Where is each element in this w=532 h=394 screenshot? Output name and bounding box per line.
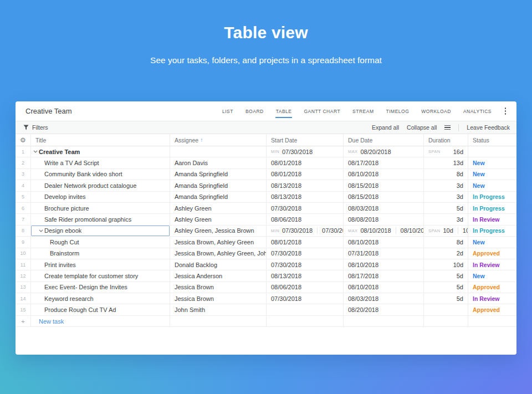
start-date-cell[interactable]: 08/01/2018 [267, 169, 344, 180]
assignee-cell[interactable]: Amanda Springfield [170, 192, 267, 203]
due-date-cell[interactable]: 08/03/2018 [344, 203, 424, 214]
start-date-cell[interactable]: 08/13/2018 [267, 180, 344, 191]
column-header-start-date[interactable]: Start Date [267, 134, 344, 146]
duration-cell[interactable] [424, 304, 468, 315]
list-menu-icon[interactable] [444, 125, 451, 130]
assignee-cell[interactable]: John Smith [170, 304, 267, 315]
assignee-cell[interactable]: Donald Backlog [170, 259, 267, 270]
tab-workload[interactable]: WORKLOAD [415, 101, 457, 121]
tab-timelog[interactable]: TIMELOG [380, 101, 416, 121]
due-date-cell[interactable]: 08/10/2018 [344, 282, 424, 293]
start-date-cell[interactable]: 08/13/2018 [267, 192, 344, 203]
column-header-assignee[interactable]: Assignee↑ [170, 134, 267, 146]
column-header-title[interactable]: Title [31, 134, 170, 146]
task-title-cell[interactable]: Dealer Network product catalogue [31, 180, 170, 191]
duration-cell[interactable]: 5d [424, 203, 468, 214]
tab-stream[interactable]: STREAM [346, 101, 380, 121]
chevron-down-icon[interactable] [32, 150, 39, 153]
task-title-cell[interactable]: Creative Team [31, 146, 170, 157]
status-cell[interactable]: Approved [468, 248, 516, 259]
start-date-cell[interactable]: 07/30/2018 [267, 259, 344, 270]
due-date-cell[interactable]: 08/17/2018 [344, 270, 424, 282]
duration-cell[interactable]: 5d [424, 282, 468, 293]
new-task-link[interactable]: New task [31, 318, 64, 325]
task-title-cell[interactable]: Create template for customer story [31, 270, 170, 282]
status-cell[interactable]: In Progress [468, 226, 516, 237]
start-date-cell[interactable]: 08/06/2018 [267, 214, 344, 225]
expand-all-button[interactable]: Expand all [372, 124, 399, 131]
due-date-cell[interactable]: 07/31/2018 [344, 248, 424, 259]
due-date-cell[interactable]: 08/10/2018 [344, 169, 424, 180]
due-date-cell[interactable]: 08/15/2018 [344, 192, 424, 203]
status-cell[interactable]: Approved [468, 282, 516, 293]
task-title-cell[interactable]: Produce Rough Cut TV Ad [31, 304, 170, 315]
tab-list[interactable]: LIST [216, 101, 239, 121]
task-title-cell[interactable]: Write a TV Ad Script [31, 157, 170, 168]
due-date-cell[interactable]: MAX08/10/201808/10/2018 [344, 226, 424, 237]
task-title-cell[interactable]: Brochure picture [31, 203, 170, 214]
status-cell[interactable]: New [468, 180, 516, 191]
duration-cell[interactable]: 3d [424, 180, 468, 191]
task-title-cell[interactable]: Safe Rider promotional graphics [31, 214, 170, 225]
tab-board[interactable]: BOARD [239, 101, 270, 121]
status-cell[interactable]: In Progress [468, 192, 516, 203]
duration-cell[interactable]: 5d [424, 270, 468, 282]
start-date-cell[interactable] [267, 304, 344, 315]
assignee-cell[interactable]: Jessica Brown [170, 293, 267, 304]
assignee-cell[interactable]: Ashley Green, Jessica Brown [170, 226, 267, 237]
tab-gantt-chart[interactable]: GANTT CHART [298, 101, 346, 121]
due-date-cell[interactable]: 08/08/2018 [344, 214, 424, 225]
status-cell[interactable]: New [468, 237, 516, 248]
new-task-row[interactable]: + New task [16, 316, 516, 327]
status-cell[interactable]: In Review [468, 259, 516, 270]
duration-cell[interactable]: 13d [424, 157, 468, 168]
status-cell[interactable]: Approved [468, 304, 516, 315]
status-cell[interactable]: In Review [468, 293, 516, 304]
status-cell[interactable] [468, 146, 516, 157]
status-cell[interactable]: In Progress [468, 203, 516, 214]
assignee-cell[interactable]: Jessica Brown, Ashley Green [170, 237, 267, 248]
column-header-status[interactable]: Status [468, 134, 516, 146]
collapse-all-button[interactable]: Collapse all [407, 124, 437, 131]
assignee-cell[interactable]: Jessica Brown, Ashley Green, John S... [170, 248, 267, 259]
task-title-cell[interactable]: Design ebook [31, 226, 170, 237]
task-title-cell[interactable]: Print invites [31, 259, 170, 270]
task-title-cell[interactable]: Community Bank video short [31, 169, 170, 180]
assignee-cell[interactable]: Jessica Anderson [170, 270, 267, 282]
task-title-cell[interactable]: Develop invites [31, 192, 170, 203]
start-date-cell[interactable]: MIN07/30/2018 [267, 146, 344, 157]
chevron-down-icon[interactable] [38, 229, 44, 232]
assignee-cell[interactable] [170, 146, 267, 157]
task-title-cell[interactable]: Brainstorm [31, 248, 170, 259]
status-cell[interactable]: In Review [468, 214, 516, 225]
assignee-cell[interactable]: Amanda Springfield [170, 180, 267, 191]
more-options-icon[interactable] [500, 101, 511, 121]
duration-cell[interactable]: 2d [424, 248, 468, 259]
due-date-cell[interactable]: 08/10/2018 [344, 259, 424, 270]
assignee-cell[interactable]: Jessica Brown [170, 282, 267, 293]
due-date-cell[interactable]: 08/03/2018 [344, 293, 424, 304]
assignee-cell[interactable]: Amanda Springfield [170, 169, 267, 180]
duration-cell[interactable]: 3d [424, 214, 468, 225]
due-date-cell[interactable]: MAX08/20/2018 [344, 146, 424, 157]
start-date-cell[interactable]: 08/13/2018 [267, 270, 344, 282]
assignee-cell[interactable]: Ashley Green [170, 203, 267, 214]
assignee-cell[interactable]: Aaron Davis [170, 157, 267, 168]
status-cell[interactable]: New [468, 169, 516, 180]
status-cell[interactable]: New [468, 270, 516, 282]
assignee-cell[interactable]: Ashley Green [170, 214, 267, 225]
duration-cell[interactable]: SPAN16d [424, 146, 468, 157]
due-date-cell[interactable]: 08/17/2018 [344, 157, 424, 168]
duration-cell[interactable]: 3d [424, 192, 468, 203]
due-date-cell[interactable]: 08/20/2018 [344, 304, 424, 315]
due-date-cell[interactable]: 08/10/2018 [344, 237, 424, 248]
duration-cell[interactable]: 8d [424, 169, 468, 180]
start-date-cell[interactable]: 07/30/2018 [267, 203, 344, 214]
start-date-cell[interactable]: 07/30/2018 [267, 293, 344, 304]
column-header-due-date[interactable]: Due Date [344, 134, 424, 146]
tab-table[interactable]: TABLE [270, 101, 298, 121]
leave-feedback-button[interactable]: Leave Feedback [467, 124, 510, 131]
filters-button[interactable]: Filters [23, 124, 48, 131]
start-date-cell[interactable]: MIN07/30/201807/30/2018 [267, 226, 344, 237]
due-date-cell[interactable]: 08/15/2018 [344, 180, 424, 191]
